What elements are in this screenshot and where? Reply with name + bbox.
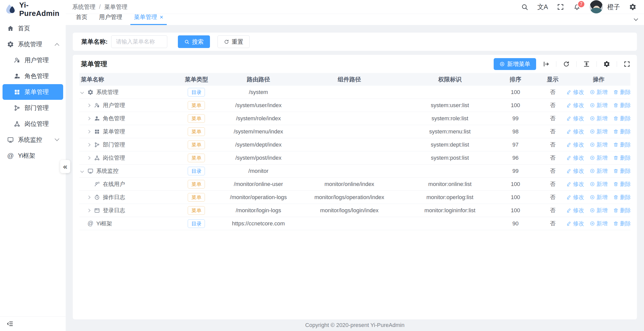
delete-link[interactable]: 删除 (613, 128, 630, 135)
add-menu-button-label: 新增菜单 (507, 60, 530, 68)
sidebar-item-system-monitor[interactable]: 系统监控 (3, 132, 63, 148)
edit-link[interactable]: 修改 (567, 154, 584, 162)
edit-link[interactable]: 修改 (567, 167, 584, 175)
tab-user-management[interactable]: 用户管理 (96, 13, 126, 25)
table-cell: 菜单 (168, 114, 225, 123)
reset-button[interactable]: 重置 (218, 35, 250, 48)
table-cell: 目录 (168, 219, 225, 228)
row-expand-chevron-right[interactable] (87, 144, 94, 146)
user-lock-icon (94, 102, 100, 108)
tabs-dropdown-icon[interactable] (628, 14, 644, 25)
menu-fold-icon[interactable] (7, 320, 13, 327)
avatar[interactable] (590, 0, 603, 13)
at-icon: @ (87, 221, 93, 227)
row-density-icon[interactable] (583, 61, 590, 67)
sidebar-item-home[interactable]: 首页 (3, 20, 63, 36)
breadcrumb-item[interactable]: 系统管理 (72, 3, 96, 11)
notification-bell-icon[interactable]: 7 (573, 3, 581, 11)
table-cell: 修改新增删除 (567, 194, 630, 201)
column-header: 显示 (538, 76, 567, 83)
username[interactable]: 橙子 (607, 3, 620, 11)
refresh-icon[interactable] (563, 61, 570, 67)
table-cell: 修改新增删除 (567, 88, 630, 96)
delete-link[interactable]: 删除 (613, 207, 630, 214)
add-link-label: 新增 (597, 194, 608, 201)
table-fullscreen-icon[interactable] (624, 61, 630, 67)
sidebar-item-label: 角色管理 (25, 72, 49, 80)
edit-link[interactable]: 修改 (567, 220, 584, 227)
table-body: 系统管理目录/system100否修改新增删除用户管理菜单/system/use… (79, 86, 630, 230)
fullscreen-icon[interactable] (557, 3, 564, 11)
row-expand-chevron-right[interactable] (87, 209, 94, 212)
edit-link[interactable]: 修改 (567, 194, 584, 201)
delete-link[interactable]: 删除 (613, 180, 630, 188)
edit-link[interactable]: 修改 (567, 180, 584, 188)
menu-name-input[interactable] (111, 35, 167, 48)
add-link[interactable]: 新增 (590, 194, 608, 201)
edit-icon (567, 142, 571, 147)
settings-gear-icon[interactable] (629, 3, 636, 11)
row-expand-chevron-right[interactable] (87, 157, 94, 159)
add-link[interactable]: 新增 (590, 128, 608, 135)
sidebar-item-menu-management[interactable]: 菜单管理 (3, 84, 63, 100)
edit-link[interactable]: 修改 (567, 141, 584, 149)
add-link[interactable]: 新增 (590, 154, 608, 162)
add-link[interactable]: 新增 (590, 141, 608, 149)
edit-link[interactable]: 修改 (567, 88, 584, 96)
add-link[interactable]: 新增 (590, 207, 608, 214)
column-header: 操作 (567, 76, 630, 83)
add-link[interactable]: 新增 (590, 115, 608, 122)
sidebar-collapse-button[interactable]: « (60, 160, 70, 173)
delete-link-label: 删除 (620, 141, 630, 149)
edit-link[interactable]: 修改 (567, 207, 584, 214)
delete-link[interactable]: 删除 (613, 167, 630, 175)
breadcrumb: 系统管理 / 菜单管理 (72, 3, 127, 11)
add-link[interactable]: 新增 (590, 180, 608, 188)
close-tab-icon[interactable]: × (160, 14, 163, 20)
add-link[interactable]: 新增 (590, 167, 608, 175)
edit-link[interactable]: 修改 (567, 102, 584, 109)
row-expand-chevron-right[interactable] (87, 130, 94, 133)
delete-link[interactable]: 删除 (613, 88, 630, 96)
language-icon[interactable]: 文A (537, 3, 548, 11)
row-expand-chevron-right[interactable] (87, 117, 94, 120)
search-icon[interactable] (521, 3, 528, 11)
menu-type-tag: 目录 (188, 167, 205, 175)
table-row: 系统管理目录/system100否修改新增删除 (79, 86, 630, 99)
expand-all-icon[interactable] (543, 61, 550, 67)
sidebar-item-system-management[interactable]: 系统管理 (3, 36, 63, 52)
delete-link[interactable]: 删除 (613, 115, 630, 122)
row-expand-chevron-right[interactable] (87, 196, 94, 199)
sidebar-item-yi-framework[interactable]: @Yi框架 (3, 148, 63, 163)
sidebar-item-dept-management[interactable]: 部门管理 (3, 100, 63, 116)
delete-link[interactable]: 删除 (613, 220, 630, 227)
row-expand-chevron-right[interactable] (87, 104, 94, 107)
table-cell: 修改新增删除 (567, 167, 630, 175)
column-header: 组件路径 (292, 76, 407, 83)
table-cell: https://ccnetcore.com (225, 220, 292, 227)
delete-link[interactable]: 删除 (613, 102, 630, 109)
tab-home[interactable]: 首页 (72, 13, 91, 25)
add-link[interactable]: 新增 (590, 102, 608, 109)
edit-link[interactable]: 修改 (567, 128, 584, 135)
edit-icon (567, 103, 571, 108)
table-cell: 100 (493, 181, 538, 187)
add-link[interactable]: 新增 (590, 88, 608, 96)
column-settings-gear-icon[interactable] (603, 61, 610, 67)
sidebar-item-user-management[interactable]: 用户管理 (3, 52, 63, 68)
tab-bar: 首页用户管理菜单管理× (66, 14, 644, 25)
search-button[interactable]: 搜索 (178, 35, 210, 48)
add-link[interactable]: 新增 (590, 220, 608, 227)
delete-link[interactable]: 删除 (613, 154, 630, 162)
row-expand-chevron-down[interactable] (81, 170, 87, 172)
edit-link[interactable]: 修改 (567, 115, 584, 122)
tab-label: 用户管理 (99, 13, 122, 21)
sidebar-item-post-management[interactable]: 岗位管理 (3, 116, 63, 132)
add-menu-button[interactable]: 新增菜单 (494, 58, 536, 70)
table-cell: @Yi框架 (79, 220, 168, 227)
tab-menu-management[interactable]: 菜单管理× (130, 13, 167, 25)
row-expand-chevron-down[interactable] (81, 91, 87, 93)
sidebar-item-role-management[interactable]: 角色管理 (3, 68, 63, 84)
delete-link[interactable]: 删除 (613, 194, 630, 201)
delete-link[interactable]: 删除 (613, 141, 630, 149)
